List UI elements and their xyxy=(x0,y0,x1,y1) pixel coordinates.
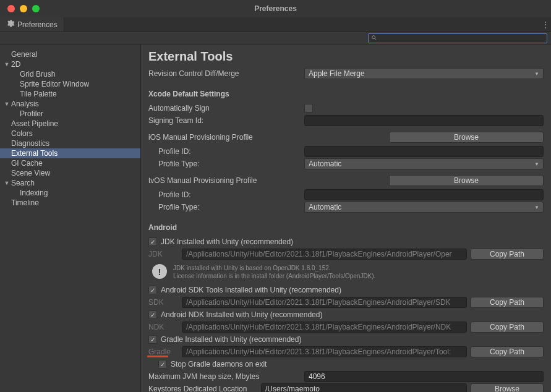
content-panel: External Tools Revision Control Diff/Mer… xyxy=(141,45,551,392)
sidebar-item-asset-pipeline[interactable]: Asset Pipeline xyxy=(0,119,140,129)
sidebar-item-label: Asset Pipeline xyxy=(11,119,58,128)
android-section-header: Android xyxy=(148,222,544,233)
tab-menu-button[interactable]: ⋮ xyxy=(540,17,551,32)
chevron-down-icon: ▼ xyxy=(534,161,539,167)
sidebar-item-label: Profiler xyxy=(20,109,43,118)
jvm-heap-label: Maximum JVM heap size, Mbytes xyxy=(148,372,301,381)
sidebar-item-label: Diagnostics xyxy=(11,139,49,148)
search-box[interactable] xyxy=(368,33,547,43)
page-title: External Tools xyxy=(148,49,544,64)
sidebar-item-diagnostics[interactable]: Diagnostics xyxy=(0,138,140,148)
tvos-provisioning-label: tvOS Manual Provisioning Profile xyxy=(148,176,389,185)
sidebar-item-colors[interactable]: Colors xyxy=(0,129,140,138)
ndk-copy-path-button[interactable]: Copy Path xyxy=(471,322,544,333)
keystores-label: Keystores Dedicated Location xyxy=(148,385,257,392)
tvos-profile-id-input[interactable] xyxy=(304,189,544,200)
ios-provisioning-label: iOS Manual Provisioning Profile xyxy=(148,133,389,142)
gradle-path-input xyxy=(182,346,467,357)
jdk-label: JDK xyxy=(148,250,178,258)
sdk-installed-checkbox[interactable] xyxy=(148,286,157,294)
sidebar-item-label: Timeline xyxy=(11,198,39,207)
search-input[interactable] xyxy=(378,35,544,42)
jdk-installed-label: JDK Installed with Unity (recommended) xyxy=(161,237,293,246)
expand-arrow-icon: ▼ xyxy=(2,101,11,107)
gradle-installed-checkbox[interactable] xyxy=(148,335,157,344)
sidebar: General▼2DGrid BrushSprite Editor Window… xyxy=(0,45,141,392)
sidebar-item-general[interactable]: General xyxy=(0,49,140,59)
sidebar-item-scene-view[interactable]: Scene View xyxy=(0,168,140,178)
revision-control-dropdown[interactable]: Apple File Merge ▼ xyxy=(304,68,544,79)
jdk-installed-checkbox[interactable] xyxy=(148,237,157,246)
sidebar-item-label: General xyxy=(11,50,38,59)
gradle-copy-path-button[interactable]: Copy Path xyxy=(471,346,544,357)
ndk-installed-label: Android NDK Installed with Unity (recomm… xyxy=(161,310,322,319)
ndk-installed-checkbox[interactable] xyxy=(148,310,157,319)
sidebar-item-search[interactable]: ▼Search xyxy=(0,178,140,188)
gradle-label: Gradle xyxy=(148,347,178,356)
sidebar-item-profiler[interactable]: Profiler xyxy=(0,109,140,119)
sidebar-item-grid-brush[interactable]: Grid Brush xyxy=(0,69,140,79)
sidebar-item-label: Grid Brush xyxy=(20,70,55,79)
sidebar-item-label: Indexing xyxy=(20,189,48,197)
auto-sign-label: Automatically Sign xyxy=(148,104,301,113)
ios-profile-id-label: Profile ID: xyxy=(148,147,301,156)
traffic-lights xyxy=(0,5,40,12)
ios-profile-type-dropdown[interactable]: Automatic ▼ xyxy=(304,158,544,169)
ios-profile-type-label: Profile Type: xyxy=(148,160,301,168)
stop-daemons-checkbox[interactable] xyxy=(158,360,167,369)
sidebar-item-analysis[interactable]: ▼Analysis xyxy=(0,99,140,109)
sdk-installed-label: Android SDK Tools Installed with Unity (… xyxy=(161,286,341,294)
tab-label: Preferences xyxy=(17,20,58,29)
jdk-info-box: ! JDK installed with Unity is based on O… xyxy=(148,262,544,283)
toolbar xyxy=(0,32,551,45)
sidebar-item-label: Scene View xyxy=(11,169,50,177)
tvos-profile-id-label: Profile ID: xyxy=(148,190,301,199)
signing-team-input[interactable] xyxy=(304,115,544,126)
sidebar-item-indexing[interactable]: Indexing xyxy=(0,188,140,198)
jdk-path-input xyxy=(182,249,467,260)
sidebar-item-2d[interactable]: ▼2D xyxy=(0,59,140,69)
maximize-window-button[interactable] xyxy=(32,5,40,12)
ios-browse-button[interactable]: Browse xyxy=(389,132,544,143)
sidebar-item-label: GI Cache xyxy=(11,159,43,168)
tvos-browse-button[interactable]: Browse xyxy=(389,175,544,186)
search-icon xyxy=(371,34,377,43)
sidebar-item-label: 2D xyxy=(11,60,20,69)
minimize-window-button[interactable] xyxy=(20,5,27,12)
sidebar-item-tile-palette[interactable]: Tile Palette xyxy=(0,89,140,99)
sidebar-item-gi-cache[interactable]: GI Cache xyxy=(0,158,140,168)
sidebar-item-label: Sprite Editor Window xyxy=(20,80,89,88)
jdk-copy-path-button[interactable]: Copy Path xyxy=(471,249,544,260)
jvm-heap-input[interactable] xyxy=(304,371,544,382)
tab-preferences[interactable]: Preferences xyxy=(0,17,64,32)
ndk-label: NDK xyxy=(148,323,178,331)
close-window-button[interactable] xyxy=(7,5,15,12)
tvos-profile-type-label: Profile Type: xyxy=(148,203,301,211)
info-icon: ! xyxy=(152,264,167,279)
sdk-copy-path-button[interactable]: Copy Path xyxy=(471,297,544,308)
sidebar-item-label: Colors xyxy=(11,129,33,138)
sdk-path-input xyxy=(182,297,467,308)
svg-point-0 xyxy=(372,35,375,38)
sidebar-item-external-tools[interactable]: External Tools xyxy=(0,148,140,158)
tab-bar: Preferences ⋮ xyxy=(0,17,551,32)
sidebar-item-sprite-editor-window[interactable]: Sprite Editor Window xyxy=(0,79,140,89)
keystores-browse-button[interactable]: Browse xyxy=(471,383,544,392)
ios-profile-id-input[interactable] xyxy=(304,146,544,157)
sdk-label: SDK xyxy=(148,298,178,307)
svg-line-1 xyxy=(375,38,376,40)
tvos-profile-type-dropdown[interactable]: Automatic ▼ xyxy=(304,202,544,213)
xcode-section-header: Xcode Default Settings xyxy=(148,88,544,100)
window-titlebar: Preferences xyxy=(0,0,551,17)
chevron-down-icon: ▼ xyxy=(534,71,539,77)
sidebar-item-timeline[interactable]: Timeline xyxy=(0,198,140,208)
ndk-path-input xyxy=(182,322,467,333)
sidebar-item-label: Analysis xyxy=(11,100,39,108)
gradle-installed-label: Gradle Installed with Unity (recommended… xyxy=(161,335,301,344)
expand-arrow-icon: ▼ xyxy=(2,61,11,67)
keystores-input[interactable] xyxy=(261,383,467,392)
stop-daemons-label: Stop Gradle daemons on exit xyxy=(171,360,267,369)
auto-sign-checkbox[interactable] xyxy=(304,104,313,113)
expand-arrow-icon: ▼ xyxy=(2,180,11,186)
sidebar-item-label: External Tools xyxy=(11,149,58,158)
